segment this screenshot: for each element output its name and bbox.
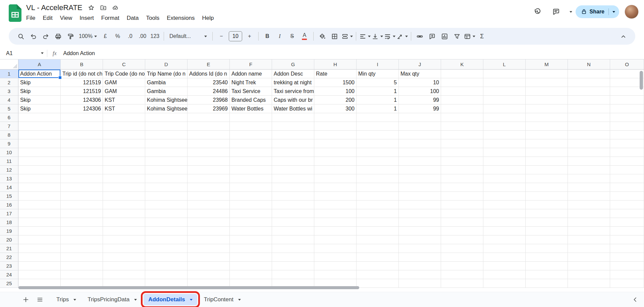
cell-H3[interactable]: 100 bbox=[314, 87, 357, 96]
cell-O17[interactable] bbox=[610, 209, 644, 218]
cell-I21[interactable] bbox=[357, 244, 399, 253]
cell-I6[interactable] bbox=[357, 113, 399, 122]
cell-B3[interactable]: 121519 bbox=[61, 87, 103, 96]
cell-C18[interactable] bbox=[103, 218, 145, 227]
cloud-saved-icon[interactable] bbox=[112, 4, 119, 11]
format-percent-button[interactable]: % bbox=[112, 30, 124, 42]
cell-J22[interactable] bbox=[399, 253, 441, 262]
increase-font-size-button[interactable]: + bbox=[244, 30, 256, 42]
cell-F5[interactable]: Water Bottles bbox=[230, 104, 272, 113]
cell-E2[interactable]: 23540 bbox=[187, 78, 230, 87]
row-header-23[interactable]: 23 bbox=[0, 262, 18, 270]
cell-H21[interactable] bbox=[314, 244, 357, 253]
cell-L22[interactable] bbox=[483, 253, 526, 262]
insert-link-button[interactable] bbox=[414, 30, 426, 42]
cell-E13[interactable] bbox=[187, 174, 230, 183]
vertical-align-button[interactable] bbox=[371, 30, 383, 42]
cell-L1[interactable] bbox=[483, 70, 526, 78]
cell-M1[interactable] bbox=[526, 70, 568, 78]
cell-C24[interactable] bbox=[103, 270, 145, 279]
cell-K6[interactable] bbox=[441, 113, 483, 122]
cell-J8[interactable] bbox=[399, 131, 441, 139]
sheets-logo-icon[interactable] bbox=[9, 4, 21, 22]
cell-M4[interactable] bbox=[526, 96, 568, 104]
cell-E7[interactable] bbox=[187, 122, 230, 131]
cell-N10[interactable] bbox=[568, 148, 610, 157]
cell-E14[interactable] bbox=[187, 183, 230, 192]
cell-N12[interactable] bbox=[568, 166, 610, 174]
cell-D9[interactable] bbox=[145, 139, 187, 148]
cell-L21[interactable] bbox=[483, 244, 526, 253]
cell-K2[interactable] bbox=[441, 78, 483, 87]
comments-button[interactable] bbox=[548, 4, 564, 19]
cell-N6[interactable] bbox=[568, 113, 610, 122]
row-header-25[interactable]: 25 bbox=[0, 279, 18, 288]
cell-B18[interactable] bbox=[61, 218, 103, 227]
cell-H4[interactable]: 200 bbox=[314, 96, 357, 104]
cell-D12[interactable] bbox=[145, 166, 187, 174]
cell-H9[interactable] bbox=[314, 139, 357, 148]
cell-E15[interactable] bbox=[187, 192, 230, 201]
cell-K16[interactable] bbox=[441, 201, 483, 209]
cell-I19[interactable] bbox=[357, 227, 399, 235]
column-header-N[interactable]: N bbox=[568, 59, 610, 70]
column-header-D[interactable]: D bbox=[145, 59, 187, 70]
column-header-K[interactable]: K bbox=[441, 59, 483, 70]
cell-L20[interactable] bbox=[483, 235, 526, 244]
cell-O10[interactable] bbox=[610, 148, 644, 157]
functions-button[interactable]: Σ bbox=[476, 30, 488, 42]
cell-L10[interactable] bbox=[483, 148, 526, 157]
cell-O8[interactable] bbox=[610, 131, 644, 139]
account-avatar[interactable] bbox=[625, 5, 639, 19]
cell-E11[interactable] bbox=[187, 157, 230, 166]
insert-comment-button[interactable] bbox=[426, 30, 438, 42]
sheet-tab-TripsPricingData[interactable]: TripsPricingData bbox=[83, 294, 142, 305]
formula-input[interactable]: Addon Action bbox=[63, 50, 644, 56]
cell-C20[interactable] bbox=[103, 235, 145, 244]
row-header-15[interactable]: 15 bbox=[0, 192, 18, 201]
row-header-20[interactable]: 20 bbox=[0, 235, 18, 244]
cell-J2[interactable]: 10 bbox=[399, 78, 441, 87]
cell-H22[interactable] bbox=[314, 253, 357, 262]
undo-button[interactable] bbox=[27, 30, 39, 42]
cell-G7[interactable] bbox=[272, 122, 314, 131]
cell-K20[interactable] bbox=[441, 235, 483, 244]
cell-G1[interactable]: Addon Desc bbox=[272, 70, 314, 78]
cell-N15[interactable] bbox=[568, 192, 610, 201]
font-select[interactable]: Default... bbox=[167, 30, 210, 42]
cell-K22[interactable] bbox=[441, 253, 483, 262]
cell-H17[interactable] bbox=[314, 209, 357, 218]
cell-G4[interactable]: Caps with our br bbox=[272, 96, 314, 104]
cell-M5[interactable] bbox=[526, 104, 568, 113]
cell-B24[interactable] bbox=[61, 270, 103, 279]
menu-insert[interactable]: Insert bbox=[76, 14, 98, 23]
cell-H10[interactable] bbox=[314, 148, 357, 157]
cell-A15[interactable] bbox=[18, 192, 61, 201]
cell-M18[interactable] bbox=[526, 218, 568, 227]
cell-M14[interactable] bbox=[526, 183, 568, 192]
insert-chart-button[interactable] bbox=[439, 30, 451, 42]
cell-A4[interactable]: Skip bbox=[18, 96, 61, 104]
cell-I13[interactable] bbox=[357, 174, 399, 183]
cell-D3[interactable]: Gambia bbox=[145, 87, 187, 96]
cell-A12[interactable] bbox=[18, 166, 61, 174]
cell-D15[interactable] bbox=[145, 192, 187, 201]
cell-G6[interactable] bbox=[272, 113, 314, 122]
cell-D18[interactable] bbox=[145, 218, 187, 227]
cell-B14[interactable] bbox=[61, 183, 103, 192]
column-header-G[interactable]: G bbox=[272, 59, 314, 70]
name-box[interactable]: A1 bbox=[0, 50, 47, 56]
cell-J6[interactable] bbox=[399, 113, 441, 122]
cell-K14[interactable] bbox=[441, 183, 483, 192]
cell-L12[interactable] bbox=[483, 166, 526, 174]
paint-format-button[interactable] bbox=[64, 30, 76, 42]
cell-G12[interactable] bbox=[272, 166, 314, 174]
cell-G2[interactable]: trekking at night bbox=[272, 78, 314, 87]
cell-A2[interactable]: Skip bbox=[18, 78, 61, 87]
cell-A6[interactable] bbox=[18, 113, 61, 122]
collapse-toolbar-button[interactable] bbox=[617, 30, 629, 42]
cell-J24[interactable] bbox=[399, 270, 441, 279]
cell-K5[interactable] bbox=[441, 104, 483, 113]
cell-D21[interactable] bbox=[145, 244, 187, 253]
cell-C21[interactable] bbox=[103, 244, 145, 253]
